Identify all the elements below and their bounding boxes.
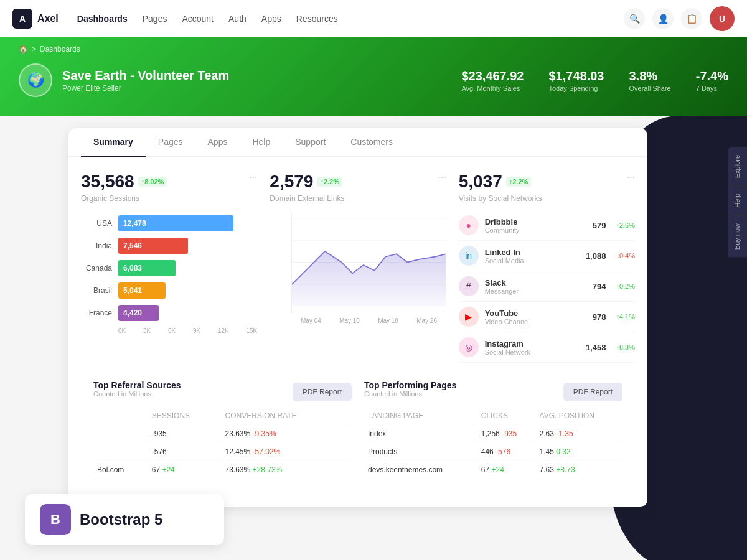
social-dribbble: ● Dribbble Community 579 ↑2.6%: [459, 210, 635, 241]
social-slack: # Slack Messanger 794 ↑0.2%: [459, 271, 635, 302]
bar-row-india: India 7,546: [81, 238, 257, 254]
social-instagram: ◎ Instagram Social Network 1,458 ↑8.3%: [459, 332, 635, 363]
linkedin-icon: in: [459, 246, 479, 266]
organic-sessions-pct: ↑8.02%: [138, 177, 167, 187]
team-info: Save Earth - Volunteer Team Power Elite …: [62, 68, 451, 93]
buy-now-button[interactable]: Buy now: [728, 215, 747, 257]
table-row: devs.keenthemes.com 67 +24 7.63 +8.73: [365, 462, 621, 478]
bar-row-canada: Canada 6,083: [81, 260, 257, 276]
domain-pct: ↑2.2%: [317, 177, 342, 187]
referral-col-source: [95, 408, 148, 424]
social-menu[interactable]: ···: [627, 172, 635, 183]
table-row: Bol.com 67 +24 73.63% +28.73%: [95, 462, 350, 478]
top-navigation: A Axel Dashboards Pages Account Auth App…: [0, 0, 747, 37]
referral-table: SESSIONS CONVERSION RATE -935 23.63% -9.…: [93, 406, 352, 480]
user-avatar[interactable]: U: [710, 6, 735, 31]
logo-text: Axel: [37, 13, 59, 24]
domain-menu[interactable]: ···: [438, 172, 446, 183]
tab-help[interactable]: Help: [240, 128, 283, 157]
line-chart-svg: 250 212.5 175 137.5 100: [291, 213, 446, 312]
settings-button[interactable]: 📋: [681, 8, 702, 29]
header-stat-share: 3.8% Overall Share: [629, 69, 670, 92]
tab-pages[interactable]: Pages: [146, 128, 195, 157]
nav-links: Dashboards Pages Account Auth Apps Resou…: [77, 14, 624, 24]
header-stat-spending: $1,748.03 Today Spending: [549, 69, 604, 92]
bottom-section: Top Referral Sources Counted in Millions…: [81, 380, 635, 492]
spending-label: Today Spending: [549, 85, 604, 92]
organic-sessions-desc: Organic Sessions: [81, 194, 257, 203]
white-card: Summary Pages Apps Help Support Customer…: [68, 128, 647, 507]
table-row: Index 1,256 -935 2.63 -1.35: [365, 426, 621, 442]
logo-area[interactable]: A Axel: [12, 9, 59, 29]
domain-desc: Domain External Links: [270, 194, 446, 203]
logo-icon: A: [12, 9, 32, 29]
pages-col-page: LANDING PAGE: [365, 408, 477, 424]
7days-value: -7.4%: [696, 69, 728, 83]
chart-x-labels: May 04 May 10 May 18 May 26: [291, 315, 446, 324]
domain-number: 2,579 ↑2.2%: [270, 172, 342, 192]
breadcrumb-sep: >: [32, 45, 36, 54]
pages-col-position: AVG. POSITION: [537, 408, 621, 424]
bootstrap-icon: B: [40, 504, 71, 535]
search-button[interactable]: 🔍: [624, 8, 645, 29]
tab-summary[interactable]: Summary: [81, 128, 146, 157]
domain-external-card: 2,579 ↑2.2% ··· Domain External Links: [270, 172, 446, 363]
pages-pdf-button[interactable]: PDF Report: [563, 383, 622, 401]
tab-support[interactable]: Support: [283, 128, 338, 157]
nav-right: 🔍 👤 📋 U: [624, 6, 735, 31]
header-content: 🌍 Save Earth - Volunteer Team Power Elit…: [19, 63, 728, 97]
team-name: Save Earth - Volunteer Team: [62, 68, 451, 83]
referral-col-sessions: SESSIONS: [149, 408, 222, 424]
share-label: Overall Share: [629, 85, 670, 92]
pages-col-clicks: CLICKS: [479, 408, 536, 424]
bootstrap-label: Bootstrap 5: [80, 511, 162, 528]
social-number: 5,037 ↑2.2%: [459, 172, 532, 192]
pages-subtitle: Counted in Millions: [364, 390, 456, 398]
notifications-button[interactable]: 👤: [652, 8, 674, 29]
social-pct: ↑2.2%: [506, 177, 532, 187]
nav-resources[interactable]: Resources: [296, 14, 338, 24]
youtube-icon: ▶: [459, 307, 479, 327]
social-list: ● Dribbble Community 579 ↑2.6% in Linke: [459, 210, 635, 363]
nav-apps[interactable]: Apps: [261, 14, 281, 24]
referral-sources-card: Top Referral Sources Counted in Millions…: [93, 380, 352, 480]
7days-label: 7 Days: [696, 85, 728, 92]
table-row: Products 446 -576 1.45 0.32: [365, 444, 621, 460]
monthly-sales-label: Avg. Monthly Sales: [461, 85, 524, 92]
header-stat-monthly-sales: $23,467.92 Avg. Monthly Sales: [461, 69, 524, 92]
nav-auth[interactable]: Auth: [228, 14, 247, 24]
social-desc: Visits by Social Networks: [459, 194, 635, 203]
tab-customers[interactable]: Customers: [338, 128, 405, 157]
table-row: -576 12.45% -57.02%: [95, 444, 350, 460]
social-youtube: ▶ YouTube Video Channel 978 ↑4.1%: [459, 302, 635, 332]
stats-grid: 35,568 ↑8.02% ··· Organic Sessions USA 1…: [81, 172, 635, 363]
spending-value: $1,748.03: [549, 69, 604, 83]
home-icon[interactable]: 🏠: [19, 45, 28, 54]
header-stats: $23,467.92 Avg. Monthly Sales $1,748.03 …: [461, 69, 728, 92]
referral-col-conversion: CONVERSION RATE: [222, 408, 350, 424]
help-side-button[interactable]: Help: [728, 185, 747, 215]
bar-axis: 0K3K6K9K12K15K: [81, 327, 257, 334]
nav-account[interactable]: Account: [182, 14, 214, 24]
team-subtitle: Power Elite Seller: [62, 84, 451, 93]
organic-sessions-menu[interactable]: ···: [249, 172, 257, 183]
card-content: 35,568 ↑8.02% ··· Organic Sessions USA 1…: [68, 157, 647, 507]
referral-pdf-button[interactable]: PDF Report: [293, 383, 352, 401]
nav-pages[interactable]: Pages: [143, 14, 167, 24]
organic-sessions-number: 35,568 ↑8.02%: [81, 172, 167, 192]
nav-dashboards[interactable]: Dashboards: [77, 14, 128, 24]
bar-chart: USA 12,478 India 7,546 Canad: [81, 215, 257, 334]
explore-button[interactable]: Explore: [728, 147, 747, 185]
share-value: 3.8%: [629, 69, 670, 83]
social-linkedin: in Linked In Social Media 1,088 ↓0.4%: [459, 241, 635, 271]
tabs: Summary Pages Apps Help Support Customer…: [68, 128, 647, 157]
tab-apps[interactable]: Apps: [195, 128, 240, 157]
slack-icon: #: [459, 276, 479, 296]
team-logo: 🌍: [19, 63, 52, 97]
dribbble-icon: ●: [459, 215, 479, 235]
referral-subtitle: Counted in Millions: [93, 390, 181, 398]
table-row: -935 23.63% -9.35%: [95, 426, 350, 442]
breadcrumb-current: Dashboards: [40, 45, 80, 54]
pages-title: Top Performing Pages: [364, 380, 456, 390]
monthly-sales-value: $23,467.92: [461, 69, 524, 83]
